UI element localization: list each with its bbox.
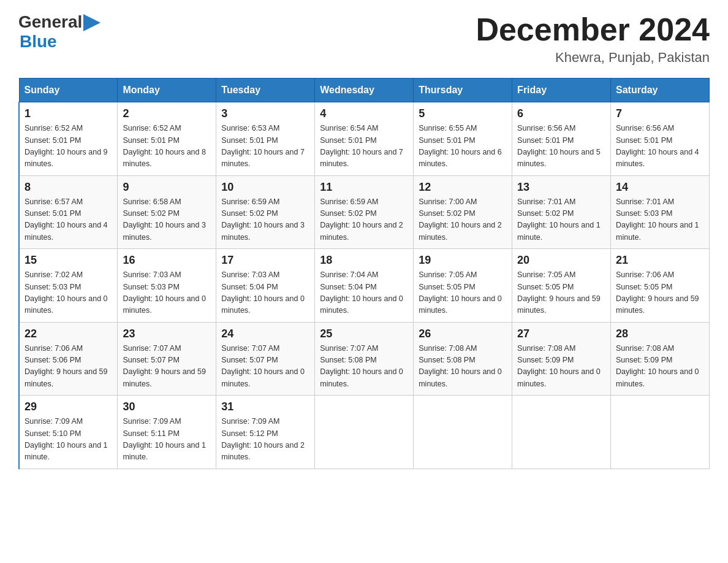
calendar-cell: 28 Sunrise: 7:08 AMSunset: 5:09 PMDaylig…: [611, 322, 710, 396]
day-number: 3: [221, 107, 309, 120]
header-friday: Friday: [512, 79, 611, 102]
day-info: Sunrise: 7:09 AMSunset: 5:12 PMDaylight:…: [221, 416, 309, 464]
calendar-cell: [512, 396, 611, 469]
day-number: 21: [616, 254, 704, 267]
calendar-cell: 5 Sunrise: 6:55 AMSunset: 5:01 PMDayligh…: [414, 102, 512, 176]
day-number: 2: [123, 107, 211, 120]
calendar-cell: 21 Sunrise: 7:06 AMSunset: 5:05 PMDaylig…: [611, 249, 710, 323]
day-number: 16: [123, 254, 211, 267]
header-thursday: Thursday: [414, 79, 512, 102]
day-number: 17: [221, 254, 309, 267]
day-number: 22: [25, 327, 112, 340]
day-info: Sunrise: 6:59 AMSunset: 5:02 PMDaylight:…: [221, 196, 309, 244]
week-row-5: 29 Sunrise: 7:09 AMSunset: 5:10 PMDaylig…: [19, 396, 710, 469]
logo-triangle-icon: [83, 14, 100, 31]
day-number: 10: [221, 181, 309, 194]
week-row-4: 22 Sunrise: 7:06 AMSunset: 5:06 PMDaylig…: [19, 322, 710, 396]
day-info: Sunrise: 7:01 AMSunset: 5:02 PMDaylight:…: [517, 196, 605, 244]
calendar-cell: 26 Sunrise: 7:08 AMSunset: 5:08 PMDaylig…: [414, 322, 512, 396]
location-subtitle: Khewra, Punjab, Pakistan: [476, 50, 710, 66]
day-info: Sunrise: 6:53 AMSunset: 5:01 PMDaylight:…: [221, 123, 309, 170]
day-info: Sunrise: 7:00 AMSunset: 5:02 PMDaylight:…: [419, 196, 507, 244]
calendar-cell: 7 Sunrise: 6:56 AMSunset: 5:01 PMDayligh…: [611, 102, 710, 176]
calendar-cell: 11 Sunrise: 6:59 AMSunset: 5:02 PMDaylig…: [315, 175, 414, 249]
day-number: 15: [25, 254, 112, 267]
calendar-cell: 27 Sunrise: 7:08 AMSunset: 5:09 PMDaylig…: [512, 322, 611, 396]
day-number: 20: [517, 254, 605, 267]
calendar-cell: 3 Sunrise: 6:53 AMSunset: 5:01 PMDayligh…: [216, 102, 315, 176]
day-number: 14: [616, 181, 704, 194]
svg-marker-0: [83, 14, 100, 31]
header-row: SundayMondayTuesdayWednesdayThursdayFrid…: [19, 79, 710, 102]
day-info: Sunrise: 7:06 AMSunset: 5:05 PMDaylight:…: [616, 269, 704, 317]
day-number: 24: [221, 327, 309, 340]
day-info: Sunrise: 7:08 AMSunset: 5:08 PMDaylight:…: [419, 343, 507, 391]
week-row-2: 8 Sunrise: 6:57 AMSunset: 5:01 PMDayligh…: [19, 175, 710, 249]
day-info: Sunrise: 7:02 AMSunset: 5:03 PMDaylight:…: [25, 269, 112, 317]
day-info: Sunrise: 7:09 AMSunset: 5:11 PMDaylight:…: [123, 416, 211, 464]
calendar-cell: 22 Sunrise: 7:06 AMSunset: 5:06 PMDaylig…: [19, 322, 118, 396]
title-section: December 2024 Khewra, Punjab, Pakistan: [476, 12, 710, 66]
calendar-cell: 10 Sunrise: 6:59 AMSunset: 5:02 PMDaylig…: [216, 175, 315, 249]
day-info: Sunrise: 7:04 AMSunset: 5:04 PMDaylight:…: [320, 269, 408, 317]
logo: General Blue: [18, 12, 100, 52]
calendar-cell: 23 Sunrise: 7:07 AMSunset: 5:07 PMDaylig…: [118, 322, 216, 396]
calendar-cell: [611, 396, 710, 469]
week-row-1: 1 Sunrise: 6:52 AMSunset: 5:01 PMDayligh…: [19, 102, 710, 176]
page-header: General Blue December 2024 Khewra, Punja…: [18, 12, 710, 66]
calendar-cell: 6 Sunrise: 6:56 AMSunset: 5:01 PMDayligh…: [512, 102, 611, 176]
calendar-cell: 18 Sunrise: 7:04 AMSunset: 5:04 PMDaylig…: [315, 249, 414, 323]
day-info: Sunrise: 7:05 AMSunset: 5:05 PMDaylight:…: [419, 269, 507, 317]
day-number: 4: [320, 107, 408, 120]
calendar-cell: 14 Sunrise: 7:01 AMSunset: 5:03 PMDaylig…: [611, 175, 710, 249]
calendar-cell: 15 Sunrise: 7:02 AMSunset: 5:03 PMDaylig…: [19, 249, 118, 323]
calendar-cell: [414, 396, 512, 469]
header-sunday: Sunday: [19, 79, 118, 102]
day-number: 9: [123, 181, 211, 194]
calendar-cell: 9 Sunrise: 6:58 AMSunset: 5:02 PMDayligh…: [118, 175, 216, 249]
calendar-header: SundayMondayTuesdayWednesdayThursdayFrid…: [19, 79, 710, 102]
calendar-cell: 24 Sunrise: 7:07 AMSunset: 5:07 PMDaylig…: [216, 322, 315, 396]
calendar-cell: 19 Sunrise: 7:05 AMSunset: 5:05 PMDaylig…: [414, 249, 512, 323]
day-info: Sunrise: 7:08 AMSunset: 5:09 PMDaylight:…: [616, 343, 704, 391]
day-info: Sunrise: 6:57 AMSunset: 5:01 PMDaylight:…: [25, 196, 112, 244]
calendar-cell: 12 Sunrise: 7:00 AMSunset: 5:02 PMDaylig…: [414, 175, 512, 249]
day-number: 6: [517, 107, 605, 120]
calendar-cell: 25 Sunrise: 7:07 AMSunset: 5:08 PMDaylig…: [315, 322, 414, 396]
calendar-cell: 4 Sunrise: 6:54 AMSunset: 5:01 PMDayligh…: [315, 102, 414, 176]
day-info: Sunrise: 7:05 AMSunset: 5:05 PMDaylight:…: [517, 269, 605, 317]
day-number: 11: [320, 181, 408, 194]
header-tuesday: Tuesday: [216, 79, 315, 102]
calendar-cell: 16 Sunrise: 7:03 AMSunset: 5:03 PMDaylig…: [118, 249, 216, 323]
week-row-3: 15 Sunrise: 7:02 AMSunset: 5:03 PMDaylig…: [19, 249, 710, 323]
header-wednesday: Wednesday: [315, 79, 414, 102]
calendar-table: SundayMondayTuesdayWednesdayThursdayFrid…: [18, 78, 710, 469]
day-info: Sunrise: 7:07 AMSunset: 5:07 PMDaylight:…: [221, 343, 309, 391]
day-number: 19: [419, 254, 507, 267]
day-number: 1: [25, 107, 112, 120]
day-number: 28: [616, 327, 704, 340]
day-info: Sunrise: 7:03 AMSunset: 5:04 PMDaylight:…: [221, 269, 309, 317]
calendar-cell: 30 Sunrise: 7:09 AMSunset: 5:11 PMDaylig…: [118, 396, 216, 469]
calendar-cell: 2 Sunrise: 6:52 AMSunset: 5:01 PMDayligh…: [118, 102, 216, 176]
day-number: 8: [25, 181, 112, 194]
day-number: 31: [221, 400, 309, 413]
month-year-title: December 2024: [476, 12, 710, 47]
calendar-cell: 29 Sunrise: 7:09 AMSunset: 5:10 PMDaylig…: [19, 396, 118, 469]
day-info: Sunrise: 6:56 AMSunset: 5:01 PMDaylight:…: [517, 123, 605, 170]
day-number: 27: [517, 327, 605, 340]
day-number: 5: [419, 107, 507, 120]
day-info: Sunrise: 7:08 AMSunset: 5:09 PMDaylight:…: [517, 343, 605, 391]
day-info: Sunrise: 6:58 AMSunset: 5:02 PMDaylight:…: [123, 196, 211, 244]
day-number: 13: [517, 181, 605, 194]
day-number: 30: [123, 400, 211, 413]
day-info: Sunrise: 7:09 AMSunset: 5:10 PMDaylight:…: [25, 416, 112, 464]
calendar-body: 1 Sunrise: 6:52 AMSunset: 5:01 PMDayligh…: [19, 102, 710, 469]
day-info: Sunrise: 6:54 AMSunset: 5:01 PMDaylight:…: [320, 123, 408, 170]
day-info: Sunrise: 6:52 AMSunset: 5:01 PMDaylight:…: [25, 123, 112, 170]
day-number: 29: [25, 400, 112, 413]
day-info: Sunrise: 7:03 AMSunset: 5:03 PMDaylight:…: [123, 269, 211, 317]
calendar-cell: 1 Sunrise: 6:52 AMSunset: 5:01 PMDayligh…: [19, 102, 118, 176]
day-number: 26: [419, 327, 507, 340]
calendar-cell: 20 Sunrise: 7:05 AMSunset: 5:05 PMDaylig…: [512, 249, 611, 323]
